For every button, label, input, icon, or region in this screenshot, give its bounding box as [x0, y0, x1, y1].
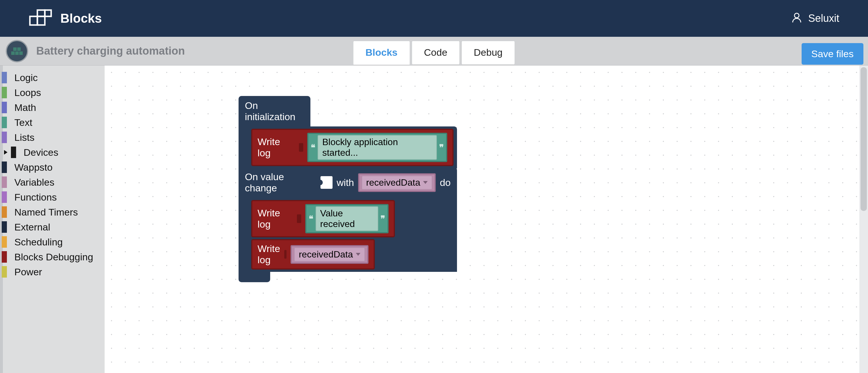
- toolbox-item-label: Named Timers: [14, 207, 78, 218]
- open-quote-icon: ❝: [309, 214, 313, 224]
- hat-label: On initialization: [245, 100, 304, 122]
- toolbox-item-label: Variables: [14, 177, 54, 188]
- svg-point-4: [795, 13, 799, 18]
- string-literal-block[interactable]: ❝ Value received ❞: [305, 204, 389, 234]
- toolbox-item-wappsto[interactable]: Wappsto: [3, 160, 104, 175]
- connector-icon: [297, 214, 301, 223]
- username: Seluxit: [808, 12, 839, 24]
- svg-rect-8: [13, 48, 17, 51]
- tab-debug[interactable]: Debug: [461, 41, 515, 65]
- svg-marker-10: [4, 150, 7, 155]
- toolbox-item-power[interactable]: Power: [3, 265, 104, 279]
- block-footer: [239, 272, 270, 282]
- write-log-block[interactable]: Write log ❝ Value received ❞: [251, 200, 395, 237]
- toolbox-item-scheduling[interactable]: Scheduling: [3, 235, 104, 249]
- svg-rect-7: [19, 52, 23, 55]
- close-quote-icon: ❞: [380, 214, 385, 224]
- string-value[interactable]: Value received: [316, 206, 378, 231]
- hat-mid: with: [337, 177, 354, 188]
- toolbox-item-label: Power: [14, 267, 42, 278]
- toolbox-item-label: Functions: [14, 192, 57, 203]
- project-bar: Battery charging automation Blocks Code …: [0, 37, 868, 65]
- toolbox-item-devices[interactable]: Devices: [3, 145, 104, 160]
- svg-rect-3: [45, 10, 51, 17]
- save-files-button[interactable]: Save files: [802, 43, 863, 65]
- category-color-swatch: [11, 147, 16, 158]
- toolbox-item-functions[interactable]: Functions: [3, 190, 104, 205]
- open-quote-icon: ❝: [311, 143, 315, 153]
- write-log-label: Write log: [257, 243, 280, 266]
- tab-blocks[interactable]: Blocks: [353, 41, 410, 65]
- close-quote-icon: ❞: [439, 143, 444, 153]
- toolbox-item-external[interactable]: External: [3, 220, 104, 235]
- category-color-swatch: [2, 221, 7, 233]
- toolbox-item-label: Logic: [14, 72, 38, 83]
- app-header: Blocks Seluxit: [0, 0, 868, 37]
- svg-rect-9: [17, 48, 21, 51]
- toolbox-item-logic[interactable]: Logic: [3, 70, 104, 85]
- write-log-block[interactable]: Write log ❝ Blockly application started.…: [251, 129, 454, 166]
- blockly-canvas[interactable]: On initialization Write log ❝ Blockly ap…: [104, 65, 868, 373]
- svg-rect-1: [37, 17, 45, 25]
- toolbox-item-blocks-debugging[interactable]: Blocks Debugging: [3, 249, 104, 265]
- string-value[interactable]: Blockly application started...: [318, 135, 437, 160]
- hat-prefix: On value change: [245, 171, 316, 194]
- user-icon: [791, 11, 803, 26]
- string-literal-block[interactable]: ❝ Blockly application started... ❞: [307, 133, 447, 162]
- toolbox-item-label: Loops: [14, 87, 41, 98]
- write-log-label: Write log: [257, 136, 295, 159]
- view-tabs: Blocks Code Debug: [353, 41, 515, 65]
- write-log-block[interactable]: Write log receivedData: [251, 239, 375, 270]
- category-color-swatch: [2, 191, 7, 203]
- svg-rect-6: [15, 52, 19, 55]
- project-title: Battery charging automation: [36, 45, 185, 57]
- category-color-swatch: [2, 206, 7, 218]
- toolbox-item-label: External: [14, 222, 50, 233]
- canvas-scrollbar[interactable]: [859, 65, 868, 373]
- toolbox-item-label: Devices: [24, 147, 58, 158]
- category-color-swatch: [2, 177, 7, 188]
- toolbox-item-variables[interactable]: Variables: [3, 175, 104, 190]
- user-menu[interactable]: Seluxit: [791, 11, 839, 26]
- project-avatar-icon: [6, 40, 28, 62]
- toolbox-item-lists[interactable]: Lists: [3, 130, 104, 145]
- category-color-swatch: [2, 236, 7, 248]
- block-on-initialization[interactable]: On initialization Write log ❝ Blockly ap…: [239, 96, 457, 179]
- category-color-swatch: [2, 72, 7, 83]
- toolbox-sidebar: LogicLoopsMathTextListsDevicesWappstoVar…: [0, 65, 104, 373]
- logo-icon: [29, 9, 52, 28]
- toolbox-item-label: Lists: [14, 132, 34, 143]
- toolbox-item-label: Blocks Debugging: [14, 251, 93, 263]
- toolbox-item-text[interactable]: Text: [3, 115, 104, 130]
- chevron-down-icon: [356, 253, 361, 256]
- connector-icon: [299, 143, 304, 152]
- brand: Blocks: [29, 9, 102, 28]
- chevron-down-icon: [423, 181, 428, 184]
- tab-code[interactable]: Code: [411, 41, 460, 65]
- toolbox-item-label: Math: [14, 102, 36, 113]
- category-color-swatch: [2, 266, 7, 278]
- toolbox-item-loops[interactable]: Loops: [3, 85, 104, 100]
- variable-name: receivedData: [366, 177, 421, 188]
- empty-value-slot[interactable]: [320, 176, 333, 189]
- category-color-swatch: [2, 161, 7, 173]
- toolbox-item-named-timers[interactable]: Named Timers: [3, 205, 104, 220]
- svg-rect-5: [11, 52, 15, 55]
- variable-dropdown[interactable]: receivedData: [358, 173, 436, 192]
- write-log-label: Write log: [257, 208, 293, 230]
- toolbox-item-label: Scheduling: [14, 237, 63, 248]
- connector-icon: [284, 250, 287, 259]
- svg-rect-0: [30, 17, 37, 25]
- hat-suffix: do: [440, 177, 451, 188]
- scrollbar-thumb[interactable]: [861, 67, 867, 211]
- category-color-swatch: [2, 102, 7, 113]
- category-color-swatch: [2, 117, 7, 128]
- toolbox-item-math[interactable]: Math: [3, 100, 104, 115]
- app-title: Blocks: [60, 11, 102, 26]
- category-color-swatch: [2, 132, 7, 143]
- category-color-swatch: [2, 251, 7, 263]
- toolbox-item-label: Wappsto: [14, 162, 53, 173]
- block-on-value-change[interactable]: On value change with receivedData do: [239, 167, 457, 282]
- variable-dropdown[interactable]: receivedData: [290, 245, 369, 264]
- category-color-swatch: [2, 87, 7, 98]
